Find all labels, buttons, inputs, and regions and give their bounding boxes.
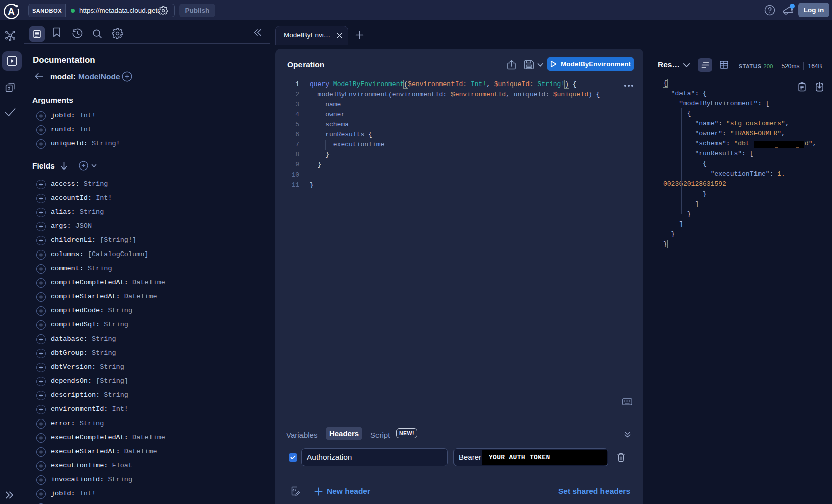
svg-text:A: A	[8, 6, 15, 17]
